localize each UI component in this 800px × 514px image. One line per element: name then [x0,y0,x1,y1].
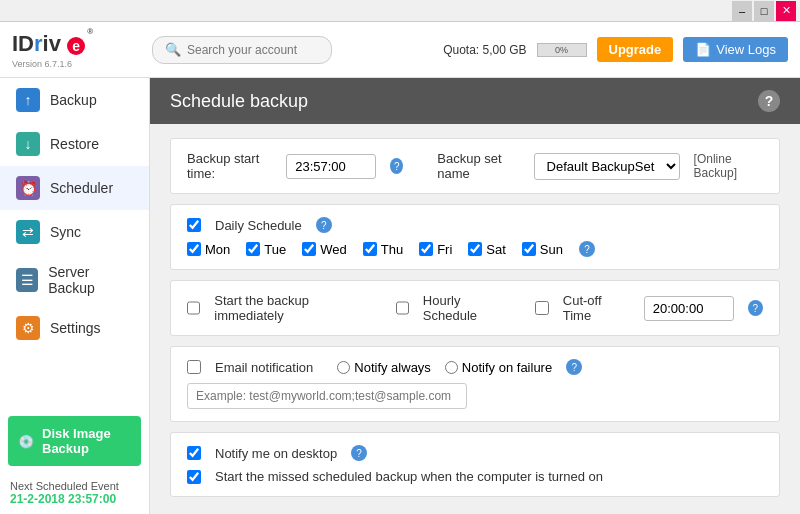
view-logs-button[interactable]: 📄 View Logs [683,37,788,62]
sync-label: Sync [50,224,81,240]
notify-always-label[interactable]: Notify always [337,360,431,375]
sidebar-item-sync[interactable]: ⇄ Sync [0,210,149,254]
page-title: Schedule backup [170,91,308,112]
minimize-button[interactable]: – [732,1,752,21]
email-notification-checkbox[interactable] [187,360,201,374]
notify-desktop-checkbox[interactable] [187,446,201,460]
sidebar: ↑ Backup ↓ Restore ⏰ Scheduler ⇄ Sync ☰ … [0,78,150,514]
search-box[interactable]: 🔍 [152,36,332,64]
desktop-help-icon[interactable]: ? [351,445,367,461]
view-logs-label: View Logs [716,42,776,57]
immediate-row: Start the backup immediately Hourly Sche… [170,280,780,336]
header: IDriv e ® Version 6.7.1.6 🔍 Quota: 5,00 … [0,22,800,78]
sidebar-item-restore[interactable]: ↓ Restore [0,122,149,166]
start-missed-checkbox[interactable] [187,470,201,484]
server-backup-label: Server Backup [48,264,133,296]
main-layout: ↑ Backup ↓ Restore ⏰ Scheduler ⇄ Sync ☰ … [0,78,800,514]
search-input[interactable] [187,43,327,57]
close-button[interactable]: ✕ [776,1,796,21]
fri-label: Fri [437,242,452,257]
thu-label: Thu [381,242,403,257]
day-fri[interactable]: Fri [419,242,452,257]
tue-label: Tue [264,242,286,257]
help-icon[interactable]: ? [758,90,780,112]
backup-start-input[interactable] [286,154,376,179]
header-right: Quota: 5,00 GB 0% Upgrade 📄 View Logs [443,37,788,62]
logo-version: Version 6.7.1.6 [12,59,85,69]
content-header: Schedule backup ? [150,78,800,124]
notify-always-radio[interactable] [337,361,350,374]
cutoff-input[interactable] [644,296,734,321]
notify-failure-label[interactable]: Notify on failure [445,360,552,375]
search-icon: 🔍 [165,42,181,57]
day-sun[interactable]: Sun [522,242,563,257]
wed-checkbox[interactable] [302,242,316,256]
next-event-label: Next Scheduled Event [10,480,139,492]
settings-icon: ⚙ [16,316,40,340]
sun-label: Sun [540,242,563,257]
logo-area: IDriv e ® Version 6.7.1.6 [12,31,152,69]
daily-help-icon[interactable]: ? [316,217,332,233]
days-help-icon[interactable]: ? [579,241,595,257]
next-event-area: Next Scheduled Event 21-2-2018 23:57:00 [0,474,149,514]
sat-checkbox[interactable] [468,242,482,256]
day-wed[interactable]: Wed [302,242,347,257]
wed-label: Wed [320,242,347,257]
thu-checkbox[interactable] [363,242,377,256]
backup-icon: ↑ [16,88,40,112]
email-input[interactable] [187,383,467,409]
backup-start-help-icon[interactable]: ? [390,158,403,174]
email-help-icon[interactable]: ? [566,359,582,375]
next-event-value: 21-2-2018 23:57:00 [10,492,139,506]
sidebar-item-server-backup[interactable]: ☰ Server Backup [0,254,149,306]
form-area: Backup start time: ? Backup set name Def… [150,124,800,514]
view-manage-link-area: View and manage all scheduled jobs [170,507,780,514]
sync-icon: ⇄ [16,220,40,244]
hourly-schedule-label: Hourly Schedule [423,293,514,323]
quota-bar: 0% [537,43,587,57]
daily-schedule-checkbox[interactable] [187,218,201,232]
fri-checkbox[interactable] [419,242,433,256]
quota-label: Quota: 5,00 GB [443,43,526,57]
hourly-schedule-checkbox[interactable] [396,301,409,315]
notify-failure-radio[interactable] [445,361,458,374]
quota-percent: 0% [538,45,586,55]
disk-image-button[interactable]: 💿 Disk Image Backup [8,416,141,466]
maximize-button[interactable]: □ [754,1,774,21]
start-immediately-checkbox[interactable] [187,301,200,315]
mon-label: Mon [205,242,230,257]
scheduler-icon: ⏰ [16,176,40,200]
sat-label: Sat [486,242,506,257]
restore-label: Restore [50,136,99,152]
backup-start-label: Backup start time: [187,151,272,181]
settings-label: Settings [50,320,101,336]
cutoff-checkbox[interactable] [535,301,548,315]
day-thu[interactable]: Thu [363,242,403,257]
logs-icon: 📄 [695,42,711,57]
days-row: Mon Tue Wed Thu [187,241,763,257]
sidebar-item-scheduler[interactable]: ⏰ Scheduler [0,166,149,210]
sidebar-item-backup[interactable]: ↑ Backup [0,78,149,122]
disk-image-icon: 💿 [18,434,34,449]
day-tue[interactable]: Tue [246,242,286,257]
sidebar-item-settings[interactable]: ⚙ Settings [0,306,149,350]
backup-time-row: Backup start time: ? Backup set name Def… [170,138,780,194]
desktop-notify-row: Notify me on desktop ? Start the missed … [170,432,780,497]
backup-set-label: Backup set name [437,151,519,181]
tue-checkbox[interactable] [246,242,260,256]
daily-schedule-label: Daily Schedule [215,218,302,233]
notify-desktop-label: Notify me on desktop [215,446,337,461]
backup-label: Backup [50,92,97,108]
start-missed-label: Start the missed scheduled backup when t… [215,469,603,484]
email-row: Email notification Notify always Notify … [170,346,780,422]
sun-checkbox[interactable] [522,242,536,256]
upgrade-button[interactable]: Upgrade [597,37,674,62]
logo-text: IDriv e ® [12,31,85,57]
title-bar: – □ ✕ [0,0,800,22]
server-backup-icon: ☰ [16,268,38,292]
mon-checkbox[interactable] [187,242,201,256]
cutoff-help-icon[interactable]: ? [748,300,763,316]
day-mon[interactable]: Mon [187,242,230,257]
day-sat[interactable]: Sat [468,242,506,257]
backup-set-select[interactable]: Default BackupSet [534,153,680,180]
